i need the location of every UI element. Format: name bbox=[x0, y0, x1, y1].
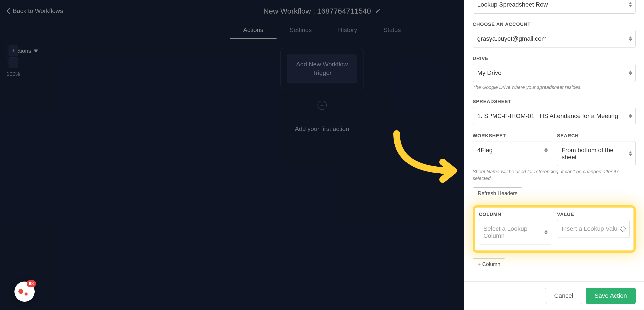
worksheet-select[interactable]: 4Flag bbox=[473, 141, 551, 159]
add-column-label: + Column bbox=[478, 261, 500, 267]
action-config-panel: Lookup Spreadsheet Row CHOOSE AN ACCOUNT… bbox=[464, 0, 644, 310]
plus-icon: + bbox=[320, 102, 324, 109]
lookup-highlight-box: COLUMN Select a Lookup Column VALUE bbox=[473, 205, 636, 253]
value-label: VALUE bbox=[557, 212, 630, 217]
add-first-action-label: Add your first action bbox=[295, 125, 349, 132]
add-trigger-button[interactable]: Add New Workflow Trigger bbox=[287, 54, 358, 82]
refresh-headers-label: Refresh Headers bbox=[478, 190, 517, 196]
back-to-workflows[interactable]: Back to Workflows bbox=[6, 7, 63, 14]
save-label: Save Action bbox=[594, 292, 627, 299]
spreadsheet-value: 1. SPMC-F-IHOM-01 _HS Attendance for a M… bbox=[477, 112, 618, 119]
workflow-title: New Workflow : 1687764711540 bbox=[264, 7, 371, 15]
trigger-card: Add New Workflow Trigger bbox=[280, 48, 364, 89]
tab-actions-label: Actions bbox=[243, 26, 264, 33]
account-label: CHOOSE AN ACCOUNT bbox=[473, 21, 636, 27]
refresh-headers-button[interactable]: Refresh Headers bbox=[473, 187, 522, 199]
sheet-help: Sheet Name will be used for referencing,… bbox=[473, 168, 636, 182]
worksheet-label: WORKSHEET bbox=[473, 133, 551, 139]
add-column-button[interactable]: + Column bbox=[473, 258, 505, 270]
search-select[interactable]: From bottom of the sheet bbox=[557, 141, 636, 166]
cancel-button[interactable]: Cancel bbox=[545, 288, 582, 304]
add-step-button[interactable]: + bbox=[318, 101, 327, 110]
tab-history-label: History bbox=[338, 26, 357, 33]
column-label: COLUMN bbox=[479, 212, 551, 217]
account-value: grasya.puyot@gmail.com bbox=[477, 35, 546, 42]
select-arrows-icon bbox=[629, 114, 632, 118]
select-arrows-icon bbox=[629, 151, 632, 156]
floating-widget[interactable]: 68 bbox=[14, 282, 34, 302]
tab-history[interactable]: History bbox=[325, 22, 370, 39]
account-select[interactable]: grasya.puyot@gmail.com bbox=[473, 30, 636, 48]
panel-footer: Cancel Save Action bbox=[464, 281, 644, 310]
action-type-select[interactable]: Lookup Spreadsheet Row bbox=[473, 0, 636, 13]
chevron-down-icon bbox=[34, 49, 38, 52]
tab-status[interactable]: Status bbox=[370, 22, 414, 39]
spreadsheet-label: SPREADSHEET bbox=[473, 99, 636, 104]
lookup-column-placeholder: Select a Lookup Column bbox=[484, 225, 528, 239]
tab-status-label: Status bbox=[384, 26, 401, 33]
select-arrows-icon bbox=[629, 36, 632, 41]
spreadsheet-select[interactable]: 1. SPMC-F-IHOM-01 _HS Attendance for a M… bbox=[473, 107, 636, 125]
lookup-column-select[interactable]: Select a Lookup Column bbox=[479, 220, 551, 245]
search-value: From bottom of the sheet bbox=[562, 147, 614, 160]
drive-help: The Google Drive where your spreadsheet … bbox=[473, 84, 636, 91]
workflow-title-group: New Workflow : 1687764711540 bbox=[264, 7, 380, 15]
drive-value: My Drive bbox=[477, 69, 501, 76]
tab-actions[interactable]: Actions bbox=[230, 22, 276, 39]
add-trigger-label: Add New Workflow Trigger bbox=[296, 61, 348, 76]
zoom-in-button[interactable]: + bbox=[8, 45, 18, 56]
select-arrows-icon bbox=[629, 70, 632, 75]
tab-settings-label: Settings bbox=[290, 26, 312, 33]
panel-body[interactable]: Lookup Spreadsheet Row CHOOSE AN ACCOUNT… bbox=[464, 0, 644, 281]
select-arrows-icon bbox=[629, 2, 632, 7]
select-arrows-icon bbox=[544, 148, 548, 153]
chevron-left-icon bbox=[6, 8, 11, 14]
add-first-action-button[interactable]: Add your first action bbox=[287, 121, 357, 137]
widget-logo-icon bbox=[18, 286, 31, 298]
back-label: Back to Workflows bbox=[13, 7, 63, 14]
tab-settings[interactable]: Settings bbox=[276, 22, 325, 39]
connector-line bbox=[322, 85, 322, 101]
save-action-button[interactable]: Save Action bbox=[586, 288, 636, 304]
zoom-level: 100% bbox=[6, 71, 20, 77]
worksheet-value: 4Flag bbox=[477, 147, 492, 153]
action-type-value: Lookup Spreadsheet Row bbox=[477, 1, 548, 8]
tag-icon[interactable] bbox=[620, 226, 626, 232]
drive-label: DRIVE bbox=[473, 56, 636, 61]
zoom-out-button[interactable]: − bbox=[8, 57, 18, 68]
search-label: SEARCH bbox=[557, 133, 636, 139]
connector-dashed bbox=[322, 110, 322, 121]
drive-select[interactable]: My Drive bbox=[473, 64, 636, 82]
widget-count-badge: 68 bbox=[27, 280, 36, 287]
lookup-value-input[interactable] bbox=[557, 220, 630, 238]
cancel-label: Cancel bbox=[554, 292, 573, 299]
zoom-controls: + − 100% bbox=[6, 45, 20, 77]
pencil-icon[interactable] bbox=[375, 8, 380, 13]
select-arrows-icon bbox=[544, 230, 548, 235]
